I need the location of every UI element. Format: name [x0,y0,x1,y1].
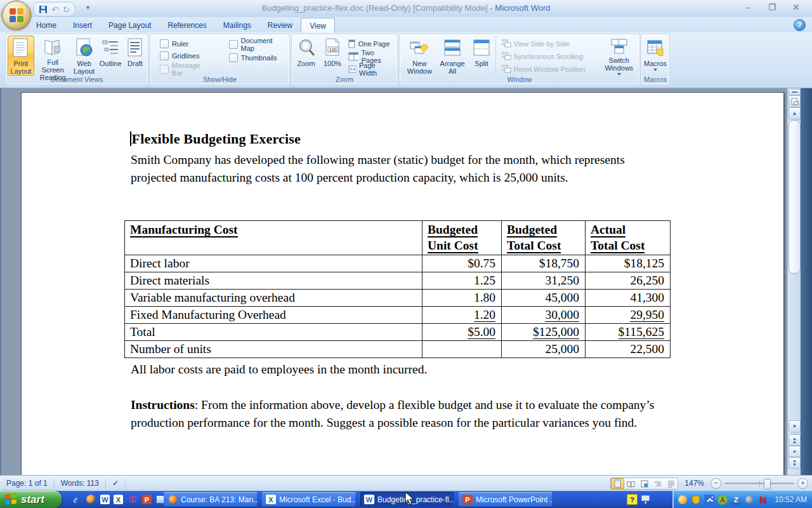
tab-mailings[interactable]: Mailings [215,18,259,32]
system-tray: A Z N 10:52 AM [672,491,812,508]
table-row: Total$5.00$125,000$115,625 [125,324,671,341]
document-note: All labor costs are paid to employees in… [131,363,427,377]
zoom-100-icon [322,37,343,58]
view-outline-button[interactable] [651,478,664,489]
checkbox-thumbnails[interactable]: Thumbnails [229,51,287,64]
word-count[interactable]: Words: 113 [55,478,105,489]
word-icon[interactable]: W [100,495,110,504]
text-cursor [130,131,131,146]
start-button[interactable]: start [0,491,62,508]
taskbar-clock[interactable]: 10:52 AM [775,495,807,504]
spellcheck-status-icon[interactable]: ✓ [106,478,125,489]
zoom-button[interactable]: Zoom [294,36,318,76]
one-page-button[interactable]: One Page [346,37,395,50]
z-app-icon[interactable]: Z [731,495,741,505]
view-full-screen-button[interactable] [624,478,638,489]
group-document-views: Print Layout Full Screen Reading Web Lay… [5,34,148,85]
ruler-toggle-button[interactable] [789,95,801,107]
excel-icon[interactable]: X [114,495,123,504]
outline-button[interactable]: Outline [98,36,123,76]
view-web-layout-button[interactable] [638,478,651,489]
arrange-all-button[interactable]: Arrange All [437,36,468,76]
web-layout-button[interactable]: Web Layout [72,36,97,76]
full-screen-reading-button[interactable]: Full Screen Reading [36,36,70,76]
two-pages-icon [348,52,359,61]
task-excel[interactable]: X Microsoft Excel - Bud... [262,492,356,507]
table-header-cell: BudgetedUnit Cost [422,221,502,255]
checkbox-gridlines[interactable]: Gridlines [160,51,213,62]
next-page-button[interactable]: ▼▼ [789,457,801,469]
zoom-100-button[interactable]: 100% [320,36,344,76]
print-layout-button[interactable]: Print Layout [8,36,34,76]
task-powerpoint[interactable]: P Microsoft PowerPoint ... [459,492,553,507]
table-cell: 29,950 [586,307,671,324]
zoom-level[interactable]: 147% [682,478,707,489]
minimize-button[interactable]: – [741,3,755,13]
help-icon[interactable]: ? [794,19,806,31]
access-key-icon[interactable]: ⚿ [127,494,138,505]
close-button[interactable]: ✕ [789,3,803,13]
table-cell: 41,300 [586,290,671,307]
scroll-down-button[interactable]: ▼ [789,420,801,432]
document-map-checkbox-icon[interactable] [229,40,238,49]
tab-view[interactable]: View [301,18,335,33]
ruler-checkbox-icon[interactable] [160,39,169,48]
help-tray-icon[interactable]: ? [627,494,638,505]
tab-page-layout[interactable]: Page Layout [100,18,159,32]
reset-window-position-button: Reset Window Position [500,63,599,75]
macros-button[interactable]: Macros [643,36,667,76]
reset-window-position-icon [502,65,511,73]
tab-insert[interactable]: Insert [65,18,100,32]
scrollbar-thumb[interactable] [789,120,801,274]
antivirus-a-icon[interactable]: A [717,495,728,505]
office-button[interactable] [2,1,31,30]
checkbox-ruler[interactable]: Ruler [160,38,213,50]
zoom-in-button[interactable]: + [797,478,808,489]
messenger-icon[interactable] [678,495,688,505]
vertical-scrollbar[interactable]: ▲ ▼ ▲▲ ● ▼▼ [787,88,801,475]
task-firefox[interactable]: Course: BA 213: Man... [164,492,258,507]
zoom-slider-thumb[interactable] [764,479,771,490]
document-page[interactable]: Flexible Budgeting Exercise Smith Compan… [21,92,784,475]
firefox-icon[interactable] [85,494,96,505]
group-label-document-views: Document Views [6,76,148,84]
thumbnails-checkbox-icon[interactable] [229,53,238,62]
tab-review[interactable]: Review [259,18,301,32]
document-intro-paragraph: Smith Company has developed the followin… [131,151,674,186]
zoom-slider-track[interactable] [724,483,794,485]
shield-icon[interactable] [691,495,701,505]
checkbox-document-map[interactable]: Document Map [229,38,287,50]
page-indicator[interactable]: Page: 1 of 1 [0,478,54,489]
norton-icon[interactable]: N [757,495,768,505]
scroll-up-button[interactable]: ▲ [789,107,801,119]
tab-references[interactable]: References [159,18,214,32]
table-cell [422,341,502,358]
table-cell: 30,000 [502,307,586,324]
tab-home[interactable]: Home [28,18,65,32]
word-task-icon: W [364,495,374,504]
group-label-show-hide: Show/Hide [150,76,289,84]
restore-button[interactable]: ❐ [765,3,779,13]
volume-icon[interactable] [744,495,754,505]
full-screen-reading-icon [42,37,63,57]
split-handle[interactable] [789,89,801,95]
page-width-button[interactable]: Page Width [346,63,395,75]
gridlines-checkbox-icon[interactable] [160,51,169,60]
internet-explorer-icon[interactable]: e [70,494,81,505]
powerpoint-icon[interactable]: P [142,495,152,504]
hidden-device-icon[interactable]: ▼ [641,495,650,504]
draft-button[interactable]: Draft [124,36,146,76]
view-print-layout-button[interactable] [611,478,624,489]
select-browse-object-button[interactable]: ● [789,446,801,457]
switch-windows-button[interactable]: Switch Windows [601,36,638,76]
view-draft-button[interactable] [664,478,678,489]
powerpoint-task-icon: P [462,495,473,504]
new-window-button[interactable]: New Window [404,36,435,76]
split-button[interactable]: Split [470,36,494,76]
two-pages-button[interactable]: Two Pages [346,50,395,62]
table-cell: Total [125,324,422,341]
zoom-out-button[interactable]: − [710,478,721,489]
wrench-icon[interactable] [704,495,714,505]
message-bar-checkbox-icon [160,65,169,74]
previous-page-button[interactable]: ▲▲ [789,434,801,446]
